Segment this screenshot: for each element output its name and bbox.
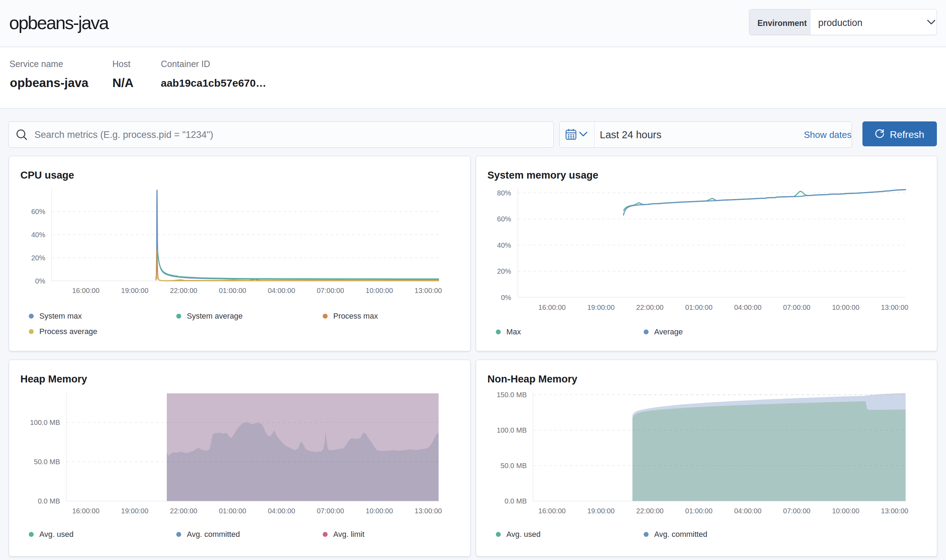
- svg-text:16:00:00: 16:00:00: [538, 303, 566, 311]
- svg-text:16:00:00: 16:00:00: [72, 507, 99, 515]
- svg-text:50.0 MB: 50.0 MB: [501, 462, 527, 469]
- svg-text:0.0 MB: 0.0 MB: [505, 497, 527, 505]
- svg-text:40%: 40%: [497, 242, 511, 249]
- svg-text:20%: 20%: [497, 268, 511, 275]
- svg-text:13:00:00: 13:00:00: [415, 287, 442, 294]
- svg-text:04:00:00: 04:00:00: [268, 287, 295, 294]
- svg-text:10:00:00: 10:00:00: [832, 507, 859, 515]
- svg-text:19:00:00: 19:00:00: [121, 287, 148, 294]
- svg-text:01:00:00: 01:00:00: [685, 507, 713, 515]
- svg-text:13:00:00: 13:00:00: [881, 507, 909, 515]
- svg-text:13:00:00: 13:00:00: [881, 303, 909, 311]
- svg-text:10:00:00: 10:00:00: [832, 303, 859, 311]
- svg-text:07:00:00: 07:00:00: [783, 303, 810, 311]
- svg-text:22:00:00: 22:00:00: [636, 507, 664, 515]
- svg-text:60%: 60%: [497, 215, 511, 223]
- svg-text:0%: 0%: [35, 277, 45, 285]
- svg-text:50.0 MB: 50.0 MB: [34, 458, 60, 466]
- svg-text:150.0 MB: 150.0 MB: [497, 391, 527, 398]
- svg-text:13:00:00: 13:00:00: [415, 507, 442, 515]
- svg-text:01:00:00: 01:00:00: [685, 303, 713, 311]
- svg-text:22:00:00: 22:00:00: [170, 287, 198, 294]
- svg-text:0.0 MB: 0.0 MB: [38, 497, 60, 505]
- svg-text:10:00:00: 10:00:00: [366, 507, 393, 515]
- svg-text:100.0 MB: 100.0 MB: [30, 418, 60, 426]
- svg-text:19:00:00: 19:00:00: [121, 507, 148, 515]
- svg-text:0%: 0%: [501, 294, 511, 302]
- svg-text:60%: 60%: [31, 208, 45, 215]
- svg-text:100.0 MB: 100.0 MB: [497, 426, 527, 434]
- svg-text:01:00:00: 01:00:00: [219, 287, 246, 294]
- svg-text:16:00:00: 16:00:00: [538, 507, 566, 515]
- svg-text:19:00:00: 19:00:00: [587, 303, 614, 311]
- svg-text:07:00:00: 07:00:00: [317, 287, 344, 294]
- svg-text:40%: 40%: [31, 231, 45, 238]
- svg-text:04:00:00: 04:00:00: [734, 303, 762, 311]
- svg-text:16:00:00: 16:00:00: [72, 287, 99, 294]
- svg-text:04:00:00: 04:00:00: [268, 507, 295, 515]
- svg-text:19:00:00: 19:00:00: [587, 507, 614, 515]
- svg-text:22:00:00: 22:00:00: [170, 507, 198, 515]
- svg-text:80%: 80%: [497, 189, 511, 197]
- svg-text:22:00:00: 22:00:00: [636, 303, 664, 311]
- svg-text:07:00:00: 07:00:00: [317, 507, 344, 515]
- svg-text:01:00:00: 01:00:00: [219, 507, 246, 515]
- svg-text:04:00:00: 04:00:00: [734, 507, 762, 515]
- svg-text:20%: 20%: [31, 254, 45, 262]
- svg-text:10:00:00: 10:00:00: [366, 287, 393, 294]
- svg-text:07:00:00: 07:00:00: [783, 507, 810, 515]
